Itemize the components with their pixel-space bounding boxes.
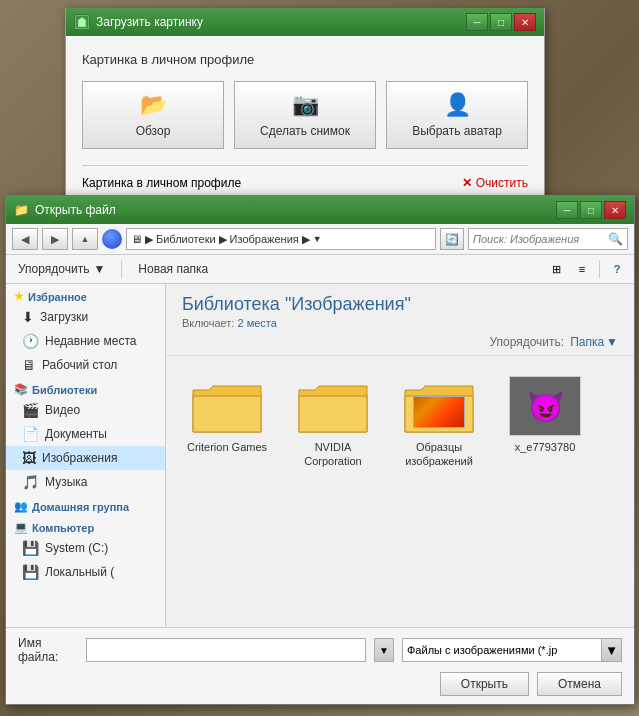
camera-icon: 📷 <box>292 92 319 118</box>
new-folder-button[interactable]: Новая папка <box>132 259 214 279</box>
back-button[interactable]: ◀ <box>12 228 38 250</box>
folder-open-icon: 📂 <box>140 92 167 118</box>
sidebar-item-images[interactable]: 🖼 Изображения <box>6 446 165 470</box>
meme-thumbnail: 😈 <box>509 376 581 436</box>
bottom-bar: Имя файла: ▼ Файлы с изображениями (*.jp… <box>6 627 634 704</box>
filename-row: Имя файла: ▼ Файлы с изображениями (*.jp… <box>18 636 622 664</box>
folder-item-nvidia[interactable]: NVIDIA Corporation <box>288 372 378 473</box>
browse-button[interactable]: 📂 Обзор <box>82 81 224 149</box>
drive-icon: 💾 <box>22 540 39 556</box>
sidebar-item-system-c[interactable]: 💾 System (C:) <box>6 536 165 560</box>
sidebar-item-recent[interactable]: 🕐 Недавние места <box>6 329 165 353</box>
search-icon: 🔍 <box>608 232 623 246</box>
close-upload-dialog-button[interactable]: ✕ <box>514 13 536 31</box>
filename-dropdown-button[interactable]: ▼ <box>374 638 394 662</box>
address-separator1: ▶ <box>145 233 153 246</box>
computer-icon: 💻 <box>14 521 28 534</box>
filetype-dropdown[interactable]: Файлы с изображениями (*.jp <box>402 638 602 662</box>
maximize-button[interactable]: □ <box>490 13 512 31</box>
organize-button[interactable]: Упорядочить ▼ <box>12 259 111 279</box>
sidebar-item-music[interactable]: 🎵 Музыка <box>6 470 165 494</box>
file-minimize-button[interactable]: ─ <box>556 201 578 219</box>
up-button[interactable]: ▲ <box>72 228 98 250</box>
toolbar-separator2 <box>599 260 600 278</box>
filetype-dropdown-button[interactable]: ▼ <box>602 638 622 662</box>
close-file-dialog-button[interactable]: ✕ <box>604 201 626 219</box>
library-subtitle: Включает: 2 места <box>182 317 618 329</box>
images-icon: 🖼 <box>22 450 36 466</box>
sidebar-item-documents[interactable]: 📄 Документы <box>6 422 165 446</box>
search-box[interactable]: 🔍 <box>468 228 628 250</box>
main-area: ★ Избранное ⬇ Загрузки 🕐 Недавние места … <box>6 284 634 627</box>
open-button[interactable]: Открыть <box>440 672 529 696</box>
refresh-button[interactable]: 🔄 <box>440 228 464 250</box>
favorites-star-icon: ★ <box>14 290 24 303</box>
address-separator3: ▶ <box>302 233 310 246</box>
toolbar-bar: Упорядочить ▼ Новая папка ⊞ ≡ ? <box>6 255 634 284</box>
snapshot-button[interactable]: 📷 Сделать снимок <box>234 81 376 149</box>
upload-dialog-title-area: Загрузить картинку <box>74 14 203 30</box>
profile-label-top: Картинка в личном профиле <box>82 52 528 67</box>
action-buttons: Открыть Отмена <box>18 672 622 696</box>
arrange-dropdown[interactable]: Папка ▼ <box>570 335 618 349</box>
samples-folder-container <box>403 376 475 436</box>
address-bar[interactable]: 🖥 ▶ Библиотеки ▶ Изображения ▶ ▼ <box>126 228 436 250</box>
nvidia-folder-icon <box>297 376 369 436</box>
file-dialog: 📁 Открыть файл ─ □ ✕ ◀ ▶ ▲ 🖥 ▶ Библиотек… <box>5 195 635 705</box>
homegroup-icon: 👥 <box>14 500 28 513</box>
library-title: Библиотека "Изображения" <box>182 294 618 315</box>
video-icon: 🎬 <box>22 402 39 418</box>
desktop-icon: 🖥 <box>22 357 36 373</box>
folder-item-samples[interactable]: Образцы изображений <box>394 372 484 473</box>
library-icon: 📚 <box>14 383 28 396</box>
file-icon: 📁 <box>14 203 29 217</box>
content-header: Библиотека "Изображения" Включает: 2 мес… <box>166 284 634 356</box>
address-part1: Библиотеки <box>156 233 216 245</box>
sidebar-item-video[interactable]: 🎬 Видео <box>6 398 165 422</box>
address-icon: 🖥 <box>131 233 142 245</box>
address-dropdown-button[interactable]: ▼ <box>313 234 322 244</box>
upload-dialog-body: Картинка в личном профиле 📂 Обзор 📷 Сдел… <box>66 36 544 206</box>
meme-image: 😈 <box>510 377 580 435</box>
folder-item-criterion[interactable]: Criterion Games <box>182 372 272 473</box>
cancel-button[interactable]: Отмена <box>537 672 622 696</box>
file-maximize-button[interactable]: □ <box>580 201 602 219</box>
meme-label: x_e7793780 <box>515 440 576 454</box>
minimize-button[interactable]: ─ <box>466 13 488 31</box>
clear-link[interactable]: ✕ Очистить <box>462 176 528 190</box>
criterion-folder-label: Criterion Games <box>187 440 267 454</box>
downloads-icon: ⬇ <box>22 309 34 325</box>
help-button[interactable]: ? <box>606 259 628 279</box>
forward-button[interactable]: ▶ <box>42 228 68 250</box>
upload-dialog-title: Загрузить картинку <box>96 15 203 29</box>
file-nav-bar: ◀ ▶ ▲ 🖥 ▶ Библиотеки ▶ Изображения ▶ ▼ 🔄… <box>6 224 634 255</box>
avatar-button[interactable]: 👤 Выбрать аватар <box>386 81 528 149</box>
sidebar-item-desktop[interactable]: 🖥 Рабочий стол <box>6 353 165 377</box>
avatar-icon: 👤 <box>444 92 471 118</box>
sidebar: ★ Избранное ⬇ Загрузки 🕐 Недавние места … <box>6 284 166 627</box>
homegroup-group: 👥 Домашняя группа <box>6 494 165 515</box>
drive2-icon: 💾 <box>22 564 39 580</box>
documents-icon: 📄 <box>22 426 39 442</box>
arrange-bar: Упорядочить: Папка ▼ <box>182 335 618 349</box>
search-input[interactable] <box>473 233 604 245</box>
favorites-group: ★ Избранное <box>6 284 165 305</box>
arrange-chevron-icon: ▼ <box>606 335 618 349</box>
view-toggle-button[interactable]: ⊞ <box>545 259 567 279</box>
upload-dialog-icon <box>74 14 90 30</box>
profile-footer: Картинка в личном профиле ✕ Очистить <box>82 165 528 190</box>
content-area: Библиотека "Изображения" Включает: 2 мес… <box>166 284 634 627</box>
samples-overlay <box>413 396 465 428</box>
sidebar-item-local[interactable]: 💾 Локальный ( <box>6 560 165 584</box>
sidebar-item-downloads[interactable]: ⬇ Загрузки <box>6 305 165 329</box>
address-part2: Изображения <box>230 233 299 245</box>
recent-icon: 🕐 <box>22 333 39 349</box>
arrange-label: Упорядочить: <box>489 335 564 349</box>
view-list-button[interactable]: ≡ <box>571 259 593 279</box>
criterion-folder-icon <box>191 376 263 436</box>
filename-input[interactable] <box>86 638 366 662</box>
filename-label: Имя файла: <box>18 636 78 664</box>
library-places-link[interactable]: 2 места <box>237 317 276 329</box>
folder-item-meme[interactable]: 😈 x_e7793780 <box>500 372 590 473</box>
upload-dialog-titlebar: Загрузить картинку ─ □ ✕ <box>66 8 544 36</box>
